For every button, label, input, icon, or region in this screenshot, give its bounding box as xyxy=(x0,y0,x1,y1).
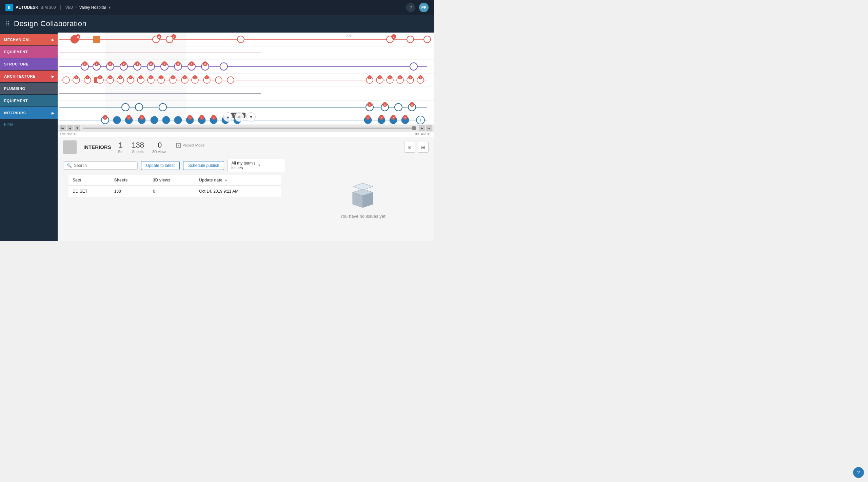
svg-text:4: 4 xyxy=(191,62,193,65)
stat-3d-value: 0 xyxy=(152,141,167,150)
user-avatar[interactable]: PP xyxy=(419,3,429,12)
no-issues-illustration: You have no issues yet xyxy=(340,180,385,219)
email-action-button[interactable]: ✉ xyxy=(404,142,415,153)
svg-text:2: 2 xyxy=(104,116,106,119)
main-layout: MECHANICAL ▶ EQUIPMENT STRUCTURE ARCHITE… xyxy=(0,33,434,241)
issues-dropdown[interactable]: All my team's issues ▼ xyxy=(228,159,285,172)
svg-point-148 xyxy=(162,116,170,124)
svg-point-147 xyxy=(151,116,158,124)
search-icon: 🔍 xyxy=(67,163,72,168)
svg-text:4: 4 xyxy=(410,76,411,79)
sidebar-item-plumbing[interactable]: PLUMBING xyxy=(0,83,58,94)
svg-text:2: 2 xyxy=(158,35,160,38)
svg-text:4: 4 xyxy=(389,76,391,79)
main-content: 2019 2 xyxy=(58,33,434,241)
help-button[interactable]: ? xyxy=(406,3,415,12)
end-date: 10/14/2019 xyxy=(414,132,431,136)
svg-text:2: 2 xyxy=(194,76,196,79)
sidebar-item-structure[interactable]: STRUCTURE xyxy=(0,58,58,70)
box-illustration-svg xyxy=(346,180,380,211)
sidebar-item-interiors[interactable]: INTERIORS ▶ xyxy=(0,107,58,119)
svg-text:4: 4 xyxy=(137,62,138,65)
interiors-title-block: INTERIORS xyxy=(83,144,111,150)
col-sets: Sets xyxy=(68,175,110,186)
svg-text:2: 2 xyxy=(411,103,413,106)
svg-text:2: 2 xyxy=(420,76,421,79)
interiors-avatar xyxy=(63,140,77,154)
svg-point-102 xyxy=(227,77,234,83)
svg-point-24 xyxy=(424,36,431,43)
sort-icon: ▼ xyxy=(224,179,228,182)
filter-link[interactable]: Filter xyxy=(0,119,58,130)
svg-text:2: 2 xyxy=(128,116,130,119)
year-label: 2019 xyxy=(346,34,354,38)
tl-forward-end-button[interactable]: ⏭ xyxy=(426,125,432,131)
svg-text:3: 3 xyxy=(369,103,371,106)
nav-close-button[interactable]: ✕ xyxy=(235,112,244,122)
stat-3d-views: 0 3D views xyxy=(152,141,167,154)
timeline-scrubber[interactable] xyxy=(83,128,416,129)
sidebar-item-architecture[interactable]: ARCHITECTURE ▶ xyxy=(0,71,58,82)
issues-panel: You have no issues yet xyxy=(292,175,434,224)
stat-set: 1 Set xyxy=(118,141,124,154)
sidebar-item-equipment-top[interactable]: EQUIPMENT xyxy=(0,46,58,58)
sidebar-item-mechanical[interactable]: MECHANICAL ▶ xyxy=(0,34,58,45)
svg-text:2: 2 xyxy=(367,116,369,119)
tl-back-button[interactable]: ◀ xyxy=(67,125,73,131)
bottom-panel: INTERIORS 1 Set 138 Sheets 0 3D views xyxy=(58,137,434,241)
svg-text:2: 2 xyxy=(150,62,152,65)
dropdown-arrow-icon: ▼ xyxy=(257,163,281,167)
svg-text:4: 4 xyxy=(172,76,174,79)
breadcrumb-project[interactable]: Valley Hospital xyxy=(79,5,106,10)
svg-point-123 xyxy=(122,103,129,111)
col-3d-views: 3D views xyxy=(149,175,195,186)
svg-text:4: 4 xyxy=(399,76,401,79)
sidebar-item-equipment-bot[interactable]: EQUIPMENT xyxy=(0,95,58,107)
sidebar-label-plumbing: PLUMBING xyxy=(4,86,25,91)
scrubber-thumb-right xyxy=(412,126,416,130)
app-title: Design Collaboration xyxy=(14,19,86,28)
search-box[interactable]: 🔍 xyxy=(63,161,138,170)
nav-down-button[interactable]: ▼ xyxy=(246,112,256,122)
svg-text:2: 2 xyxy=(160,76,162,79)
no-issues-text: You have no issues yet xyxy=(340,214,385,219)
table-container: Sets Sheets 3D views Update date ▼ xyxy=(58,175,292,197)
schedule-publish-button[interactable]: Schedule publish xyxy=(183,161,224,170)
stat-sheets-label: Sheets xyxy=(132,150,144,154)
grid-icon[interactable]: ⠿ xyxy=(5,20,10,27)
svg-text:4: 4 xyxy=(87,76,88,79)
table-row[interactable]: DD SET 138 0 Oct 14, 2019 9:21 AM xyxy=(68,185,281,197)
svg-text:2: 2 xyxy=(384,103,386,106)
nav-arrows: ▲ ✕ ▼ xyxy=(223,112,256,122)
nav-up-button[interactable]: ▲ xyxy=(223,112,233,122)
svg-point-18 xyxy=(237,36,244,43)
stats-group: 1 Set 138 Sheets 0 3D views ⊡ Project Mo… xyxy=(118,141,205,154)
svg-text:2: 2 xyxy=(76,76,77,79)
timeline-area: 2019 2 xyxy=(58,33,434,137)
svg-text:2: 2 xyxy=(201,116,203,119)
breadcrumb-dropdown-icon[interactable]: ▾ xyxy=(108,5,111,10)
col-update-date[interactable]: Update date ▼ xyxy=(195,175,281,186)
col-sheets: Sheets xyxy=(110,175,149,186)
breadcrumb-separator: > xyxy=(75,5,77,10)
update-latest-button[interactable]: Update to latest xyxy=(141,161,180,170)
svg-text:3: 3 xyxy=(206,76,208,79)
share-action-button[interactable]: ⊞ xyxy=(418,142,429,153)
svg-point-101 xyxy=(215,77,222,83)
tl-back-start-button[interactable]: ⏮ xyxy=(60,125,66,131)
timeline-controls: ⏮ ◀ ⏸ ▶ ⏭ xyxy=(58,124,434,132)
svg-text:3: 3 xyxy=(184,76,185,79)
tl-forward-button[interactable]: ▶ xyxy=(419,125,425,131)
breadcrumb-vbj[interactable]: VBJ xyxy=(65,5,73,10)
sidebar-label-interiors: INTERIORS xyxy=(4,111,26,115)
svg-text:2: 2 xyxy=(120,76,121,79)
tl-pause-button[interactable]: ⏸ xyxy=(74,125,80,131)
toolbar: 🔍 Update to latest Schedule publish All … xyxy=(58,156,434,175)
table-area: Sets Sheets 3D views Update date ▼ xyxy=(58,175,292,224)
svg-text:2: 2 xyxy=(77,35,79,38)
search-input[interactable] xyxy=(74,163,134,168)
stat-sheets: 138 Sheets xyxy=(132,141,144,154)
svg-text:4: 4 xyxy=(379,76,380,79)
svg-text:3: 3 xyxy=(110,76,111,79)
interiors-header: INTERIORS 1 Set 138 Sheets 0 3D views xyxy=(58,137,434,156)
